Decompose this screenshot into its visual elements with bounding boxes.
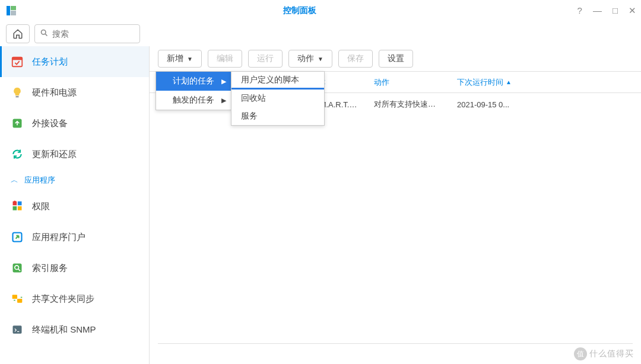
sidebar-section-apps[interactable]: ︿ 应用程序 (0, 170, 149, 191)
svg-line-4 (45, 34, 47, 36)
dropdown-triggered-task[interactable]: 触发的任务 ▶ (156, 91, 231, 110)
sidebar-item-app-portal[interactable]: 应用程序门户 (0, 222, 149, 253)
svg-rect-1 (11, 6, 16, 10)
svg-point-3 (42, 30, 46, 34)
sidebar-item-label: 共享文件夹同步 (32, 293, 94, 305)
refresh-icon (11, 148, 24, 161)
svg-rect-12 (18, 202, 22, 206)
cell-action: 对所有支持快速检... (366, 99, 449, 110)
new-button[interactable]: 新增▼ (158, 50, 202, 68)
privileges-icon (11, 200, 24, 213)
terminal-icon (11, 323, 24, 336)
index-icon (11, 261, 24, 274)
bulb-icon (11, 86, 24, 99)
sidebar-item-label: 更新和还原 (32, 149, 77, 160)
svg-rect-9 (13, 206, 17, 210)
svg-rect-14 (14, 202, 15, 204)
svg-rect-6 (12, 58, 23, 60)
submenu-recycle-bin[interactable]: 回收站 (231, 90, 324, 107)
portal-icon (11, 231, 24, 244)
search-icon (40, 28, 49, 40)
save-button[interactable]: 保存 (338, 50, 373, 68)
home-button[interactable] (6, 24, 30, 43)
maximize-button[interactable]: □ (613, 5, 618, 16)
cell-next: 2021-09-15 0... (449, 100, 641, 109)
sync-icon (11, 292, 24, 305)
main: 任务计划 硬件和电源 外接设备 更新和还原 ︿ 应用程序 (0, 46, 641, 364)
close-button[interactable]: ✕ (629, 5, 636, 16)
search-box[interactable] (34, 24, 140, 43)
sidebar-item-label: 索引服务 (32, 263, 68, 274)
sidebar-section-label: 应用程序 (24, 175, 55, 186)
caret-down-icon: ▼ (318, 56, 323, 62)
sidebar-item-external-devices[interactable]: 外接设备 (0, 108, 149, 139)
sidebar-item-hardware-power[interactable]: 硬件和电源 (0, 77, 149, 108)
svg-rect-10 (18, 206, 22, 210)
submenu-service[interactable]: 服务 (231, 107, 324, 125)
content-body: 计划的任务 ▶ 触发的任务 ▶ 用户定义的脚本 回收站 服务 务 任务名称 动作 (150, 71, 641, 364)
dropdown-scheduled-task[interactable]: 计划的任务 ▶ (156, 72, 231, 91)
settings-button[interactable]: 设置 (379, 50, 413, 68)
sidebar-item-terminal-snmp[interactable]: 终端机和 SNMP (0, 314, 149, 345)
sidebar-item-update-restore[interactable]: 更新和还原 (0, 139, 149, 170)
sidebar-item-label: 硬件和电源 (32, 87, 77, 98)
help-button[interactable]: ? (577, 5, 582, 16)
search-input[interactable] (52, 29, 112, 39)
chevron-right-icon: ▶ (221, 78, 226, 85)
sidebar-item-task-scheduler[interactable]: 任务计划 (0, 46, 149, 77)
sidebar-item-label: 应用程序门户 (32, 232, 85, 243)
toolbar: 新增▼ 编辑 运行 动作▼ 保存 设置 (150, 46, 641, 71)
run-button[interactable]: 运行 (248, 50, 283, 68)
chevron-up-icon: ︿ (11, 175, 18, 186)
window-controls: ? — □ ✕ (577, 5, 636, 16)
sidebar-item-label: 任务计划 (32, 56, 68, 68)
svg-rect-20 (17, 299, 22, 303)
svg-rect-19 (12, 295, 17, 299)
svg-rect-0 (7, 6, 10, 15)
chevron-right-icon: ▶ (221, 97, 226, 104)
sort-asc-icon: ▲ (506, 79, 512, 85)
titlebar: 控制面板 ? — □ ✕ (0, 0, 641, 21)
col-action[interactable]: 动作 (366, 72, 449, 92)
calendar-check-icon (11, 55, 24, 68)
top-row (0, 21, 641, 46)
caret-down-icon: ▼ (187, 56, 193, 62)
divider (158, 343, 633, 344)
sidebar-item-label: 外接设备 (32, 118, 68, 129)
content: 新增▼ 编辑 运行 动作▼ 保存 设置 计划的任务 ▶ 触发的任务 ▶ 用户定义… (150, 46, 641, 364)
new-dropdown: 计划的任务 ▶ 触发的任务 ▶ (156, 71, 231, 110)
svg-rect-21 (13, 325, 22, 333)
sidebar[interactable]: 任务计划 硬件和电源 外接设备 更新和还原 ︿ 应用程序 (0, 46, 150, 364)
action-button[interactable]: 动作▼ (288, 50, 332, 68)
col-next-run[interactable]: 下次运行时间▲ (449, 72, 641, 92)
upload-icon (11, 117, 24, 130)
sidebar-item-privileges[interactable]: 权限 (0, 191, 149, 222)
scheduled-submenu: 用户定义的脚本 回收站 服务 (231, 71, 325, 126)
sidebar-item-index-service[interactable]: 索引服务 (0, 253, 149, 283)
window-title: 控制面板 (23, 5, 577, 16)
submenu-user-script[interactable]: 用户定义的脚本 (231, 72, 324, 90)
app-icon (5, 4, 18, 17)
sidebar-item-label: 权限 (32, 201, 50, 212)
sidebar-item-label: 终端机和 SNMP (32, 324, 96, 336)
sidebar-item-shared-folder-sync[interactable]: 共享文件夹同步 (0, 283, 149, 314)
svg-rect-2 (11, 11, 16, 15)
edit-button[interactable]: 编辑 (208, 50, 242, 68)
minimize-button[interactable]: — (593, 5, 602, 16)
svg-rect-7 (16, 96, 19, 98)
svg-rect-16 (13, 264, 22, 273)
